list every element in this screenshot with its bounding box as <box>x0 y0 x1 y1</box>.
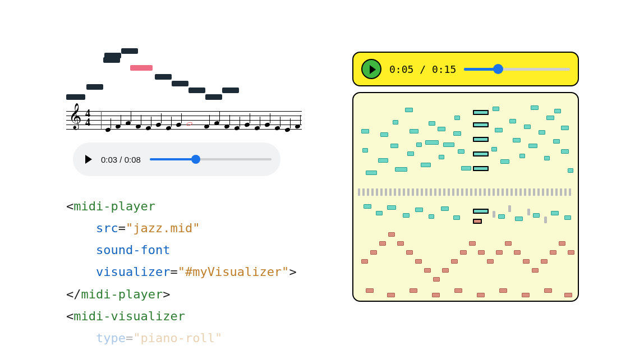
time-display: 0:03 / 0:08 <box>101 155 141 164</box>
tick-row <box>358 188 573 196</box>
audio-player-right: 0:05 / 0:15 <box>352 52 579 86</box>
time-display: 0:05 / 0:15 <box>389 63 456 75</box>
seek-knob[interactable] <box>493 64 503 74</box>
seek-slider[interactable] <box>150 158 272 160</box>
seek-knob[interactable] <box>191 155 200 164</box>
right-column: 0:05 / 0:15 <box>352 52 579 302</box>
treble-clef-icon: 𝄞 <box>68 104 82 127</box>
note-strip <box>66 48 302 109</box>
play-button[interactable] <box>85 155 92 164</box>
left-column: 𝄞 4 4 0:03 / 0:08 <box>66 48 319 349</box>
piano-roll-visualizer <box>352 92 579 302</box>
play-button[interactable] <box>361 59 381 79</box>
code-snippet: <midi-player src="jazz.mid" sound-font v… <box>66 195 319 349</box>
seek-slider[interactable] <box>464 68 570 71</box>
music-staff: 𝄞 4 4 <box>66 108 302 136</box>
audio-player-left: 0:03 / 0:08 <box>73 142 280 176</box>
seek-fill <box>150 158 196 160</box>
time-signature: 4 4 <box>85 109 90 127</box>
